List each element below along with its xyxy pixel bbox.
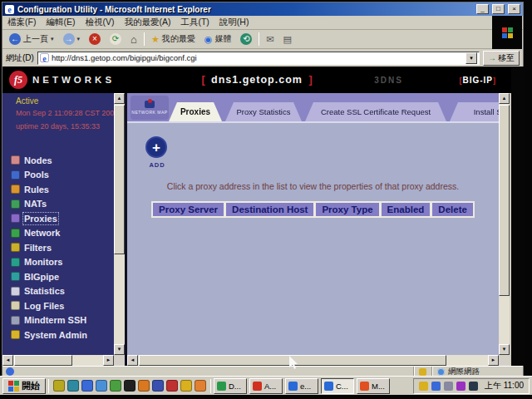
sidebar-item-bigpipe[interactable]: BIGpipe bbox=[11, 269, 112, 284]
scroll-down-icon[interactable]: ▼ bbox=[114, 344, 125, 355]
task-button-1[interactable]: D... bbox=[214, 378, 247, 394]
quick-launch-icon[interactable] bbox=[138, 380, 150, 392]
menu-item-help[interactable]: 說明(H) bbox=[219, 17, 249, 28]
forward-dropdown-icon[interactable]: ▾ bbox=[77, 36, 81, 42]
failover-status: Active bbox=[16, 96, 38, 106]
sidebar-item-nodes[interactable]: Nodes bbox=[11, 153, 112, 168]
toolbar-separator bbox=[259, 32, 259, 46]
network-map-button[interactable]: NETWORK MAP bbox=[131, 96, 169, 120]
tray-icon[interactable] bbox=[444, 382, 453, 391]
sidebar-item-pools[interactable]: Pools bbox=[11, 168, 112, 183]
forward-button[interactable]: → ▾ bbox=[61, 32, 83, 46]
go-button[interactable]: → 移至 bbox=[483, 51, 520, 66]
pools-icon bbox=[11, 170, 20, 180]
mail-button[interactable]: ✉ bbox=[264, 33, 276, 46]
nodes-icon bbox=[11, 155, 20, 165]
scrollbar-corner bbox=[499, 355, 510, 366]
scroll-left-icon[interactable]: ◄ bbox=[2, 355, 13, 366]
desktop-gap bbox=[511, 66, 525, 366]
scroll-up-icon[interactable]: ▲ bbox=[114, 93, 125, 104]
tab-create-ssl-certificate-request[interactable]: Create SSL Certificate Request bbox=[305, 102, 446, 121]
quick-launch-icon[interactable] bbox=[96, 380, 107, 392]
sidebar-item-proxies[interactable]: Proxies bbox=[11, 211, 112, 226]
quick-launch-icon[interactable] bbox=[166, 380, 178, 392]
tray-icon[interactable] bbox=[431, 382, 441, 391]
sidebar-item-network[interactable]: Network bbox=[11, 226, 112, 241]
sidebar-item-filters[interactable]: Filters bbox=[11, 240, 112, 255]
quick-launch-icon[interactable] bbox=[195, 380, 206, 392]
back-button[interactable]: ← 上一頁 ▾ bbox=[7, 32, 57, 46]
scroll-right-icon[interactable]: ► bbox=[103, 355, 114, 366]
sidebar-item-monitors[interactable]: Monitors bbox=[11, 255, 112, 270]
toolbar: ← 上一頁 ▾ → ▾ × ⟳ ⌂ ★ 我的最愛 ◉ 媒體 ⟲ bbox=[2, 30, 493, 49]
column-header-destination-host[interactable]: Destination Host bbox=[224, 201, 314, 218]
sidebar-vertical-scrollbar[interactable]: ▲ ▼ bbox=[114, 93, 125, 355]
history-button[interactable]: ⟲ bbox=[238, 32, 254, 46]
back-label: 上一頁 bbox=[23, 33, 48, 45]
task-button-5[interactable]: M... bbox=[357, 378, 390, 394]
start-button[interactable]: 開始 bbox=[2, 378, 46, 394]
column-header-delete[interactable]: Delete bbox=[431, 201, 475, 218]
print-button[interactable]: ▤ bbox=[281, 33, 294, 46]
sidebar-item-log-files[interactable]: Log Files bbox=[11, 298, 112, 313]
content-horizontal-scrollbar[interactable]: ◄ ► bbox=[127, 355, 499, 366]
quick-launch-icon[interactable] bbox=[110, 380, 121, 392]
column-header-proxy-type[interactable]: Proxy Type bbox=[314, 201, 379, 218]
back-dropdown-icon[interactable]: ▾ bbox=[51, 36, 54, 42]
quick-launch-icon[interactable] bbox=[67, 380, 79, 392]
home-icon: ⌂ bbox=[131, 33, 137, 46]
column-header-enabled[interactable]: Enabled bbox=[380, 201, 431, 218]
scroll-down-icon[interactable]: ▼ bbox=[499, 344, 510, 355]
task-button-3[interactable]: e... bbox=[285, 378, 318, 394]
menu-item-edit[interactable]: 編輯(E) bbox=[46, 17, 75, 28]
task-button-configuration-utility[interactable]: C... bbox=[321, 378, 354, 394]
internet-globe-icon bbox=[437, 368, 445, 376]
address-dropdown-icon[interactable]: ▾ bbox=[466, 52, 477, 64]
home-button[interactable]: ⌂ bbox=[128, 32, 140, 47]
sidebar-item-mindterm-ssh[interactable]: Mindterm SSH bbox=[11, 313, 112, 328]
sidebar-horizontal-scrollbar[interactable]: ◄ ► bbox=[2, 355, 114, 366]
window-title: Configuration Utility - Microsoft Intern… bbox=[17, 5, 473, 14]
tray-icon[interactable] bbox=[469, 382, 478, 391]
restore-button[interactable]: □ bbox=[492, 4, 505, 14]
menu-item-view[interactable]: 檢視(V) bbox=[85, 17, 114, 28]
scrollbar-thumb[interactable] bbox=[499, 105, 510, 296]
menu-item-file[interactable]: 檔案(F) bbox=[7, 17, 36, 28]
media-button[interactable]: ◉ 媒體 bbox=[202, 32, 234, 46]
sidebar-item-nats[interactable]: NATs bbox=[11, 197, 112, 212]
address-input[interactable] bbox=[52, 53, 463, 62]
sidebar-item-system-admin[interactable]: System Admin bbox=[11, 328, 112, 342]
quick-launch-bar bbox=[52, 380, 208, 392]
quick-launch-icon[interactable] bbox=[124, 380, 135, 392]
scrollbar-thumb[interactable] bbox=[114, 105, 125, 254]
tray-icon[interactable] bbox=[419, 382, 428, 391]
taskbar-separator bbox=[210, 379, 211, 393]
menu-item-favorites[interactable]: 我的最愛(A) bbox=[124, 17, 170, 28]
host-bracket-left: [ bbox=[201, 74, 204, 86]
content-vertical-scrollbar[interactable]: ▲ ▼ bbox=[499, 93, 510, 355]
quick-launch-icon[interactable] bbox=[53, 380, 65, 392]
quick-launch-icon[interactable] bbox=[152, 380, 164, 392]
address-bar: 網址(D) e ▾ → 移至 bbox=[2, 49, 523, 66]
favorites-button[interactable]: ★ 我的最愛 bbox=[149, 32, 198, 46]
sidebar-item-statistics[interactable]: Statistics bbox=[11, 284, 112, 299]
scroll-right-icon[interactable]: ► bbox=[488, 355, 499, 366]
scrollbar-thumb[interactable] bbox=[14, 355, 72, 366]
add-proxy-button[interactable]: + bbox=[145, 136, 167, 158]
refresh-button[interactable]: ⟳ bbox=[107, 32, 124, 46]
quick-launch-icon[interactable] bbox=[180, 380, 192, 392]
quick-launch-icon[interactable] bbox=[81, 380, 93, 392]
column-header-proxy-server[interactable]: Proxy Server bbox=[151, 201, 224, 218]
scroll-up-icon[interactable]: ▲ bbox=[499, 93, 510, 104]
tab-proxy-statistics[interactable]: Proxy Statistics bbox=[225, 102, 302, 121]
task-button-2[interactable]: A... bbox=[249, 378, 283, 394]
menu-item-tools[interactable]: 工具(T) bbox=[180, 17, 209, 28]
taskbar-clock[interactable]: 上午 11:00 bbox=[485, 380, 524, 392]
stop-button[interactable]: × bbox=[86, 32, 103, 46]
scroll-left-icon[interactable]: ◄ bbox=[127, 355, 138, 366]
sidebar-item-rules[interactable]: Rules bbox=[11, 182, 112, 197]
minimize-button[interactable]: _ bbox=[476, 4, 489, 14]
close-button[interactable]: × bbox=[508, 4, 520, 14]
tray-icon[interactable] bbox=[456, 382, 466, 391]
tab-proxies[interactable]: Proxies bbox=[169, 102, 222, 121]
